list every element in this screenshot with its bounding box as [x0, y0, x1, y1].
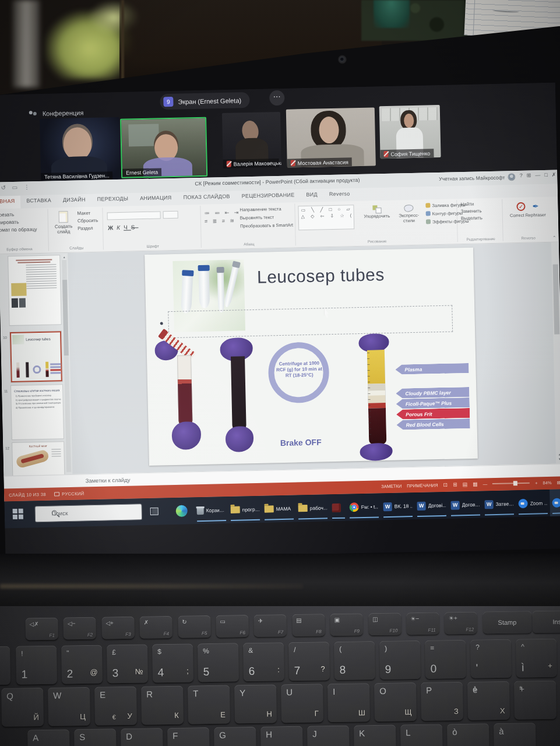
font-name-box[interactable]	[107, 212, 161, 220]
account-button[interactable]: Учетная запись Майкрософт	[439, 173, 515, 182]
comments-toggle[interactable]: ПРИМЕЧАНИЯ	[407, 483, 438, 488]
scroll-up-button[interactable]: ▲	[62, 254, 66, 260]
content-placeholder[interactable]	[168, 305, 453, 339]
zoom-in-button[interactable]: +	[535, 480, 538, 485]
key-7[interactable]: /7?	[288, 642, 330, 681]
tab-4[interactable]: АНИМАЦИЯ	[134, 192, 178, 206]
key-+[interactable]: +*	[514, 681, 557, 720]
key-y[interactable]: YН	[234, 684, 277, 723]
key-4[interactable]: $4;	[152, 643, 193, 682]
participant-tile[interactable]: Валерія Маковецька	[222, 112, 281, 168]
key-f[interactable]: FА	[167, 727, 210, 746]
slide-thumbnail[interactable]: Стволовые клетки костного мозга 1) Приме…	[11, 385, 64, 439]
key-1[interactable]: !1	[16, 646, 57, 685]
tab-2[interactable]: ДИЗАЙН	[57, 194, 91, 207]
key-9[interactable]: )9	[379, 641, 421, 680]
text-direction-button[interactable]: Направление текста	[240, 206, 293, 212]
key-insert[interactable]: Ins	[533, 610, 560, 633]
key-s[interactable]: SІ	[74, 729, 117, 746]
taskbar-item-app-red[interactable]	[329, 494, 347, 522]
key-è[interactable]: èéХ	[467, 681, 510, 720]
taskbar-item-прогр…[interactable]: прогр…	[228, 496, 262, 523]
correct-rephraser-button[interactable]: Correct Rephraser	[504, 212, 552, 219]
participant-tile[interactable]: София Тищенко	[379, 105, 441, 159]
key-refresh[interactable]: ↻F5	[178, 615, 211, 638]
taskbar-item-Fw: • t…[interactable]: Fw: • t…	[347, 493, 381, 520]
key-a[interactable]: AФ	[27, 729, 70, 746]
participant-tile[interactable]: Тетяна Василівна Гудзен...	[40, 117, 121, 181]
key-stamp[interactable]: Stamp	[482, 611, 532, 634]
reset-button[interactable]: Сбросить	[78, 218, 98, 224]
smartart-button[interactable]: Преобразовать в SmartArt	[240, 222, 293, 228]
quick-styles-button[interactable]: Экспресс-стили	[394, 205, 424, 224]
key-screen[interactable]: ▤F8	[292, 614, 325, 636]
key-j[interactable]: JО	[307, 726, 350, 746]
key-i[interactable]: IШ	[327, 683, 370, 722]
taskbar-item-Затве…[interactable]: WЗатве…	[482, 490, 516, 518]
key-u[interactable]: UГ	[281, 684, 323, 723]
taskbar-item-Догов…[interactable]: WДогов…	[448, 491, 482, 519]
participant-tile[interactable]: Мостовая Анастасия	[286, 107, 376, 167]
taskbar-item-Zoom …[interactable]: Zoom …	[550, 489, 560, 516]
section-button[interactable]: Раздел	[78, 226, 98, 231]
edge-icon[interactable]	[176, 505, 188, 517]
normal-view-button[interactable]: ⊡	[443, 482, 448, 488]
participant-tile-active-speaker[interactable]: Ernest Geleta	[120, 117, 207, 178]
prev-next-slide-buttons[interactable]: ▴▾	[556, 452, 560, 461]
select-button[interactable]: Выделить	[461, 215, 502, 221]
key-o[interactable]: OЩ	[374, 682, 417, 722]
list-and-align-icons[interactable]: ≔ ≕ ⇤ ⇥≡ ≣ ≡ ≋	[204, 208, 240, 225]
slideshow-button[interactable]: ▦	[473, 481, 478, 487]
align-text-button[interactable]: Выровнять текст	[240, 214, 293, 220]
new-slide-button[interactable]: Создать слайд	[50, 211, 76, 235]
key-8[interactable]: (8	[334, 641, 375, 680]
taskbar-item-Догові…[interactable]: WДогові…	[414, 492, 449, 519]
minimize-icon[interactable]: —	[535, 172, 540, 178]
taskbar-item-Корзи…[interactable]: Корзи…	[194, 497, 228, 524]
key-5[interactable]: %5	[198, 643, 239, 682]
layout-button[interactable]: Макет	[77, 210, 98, 216]
key-g[interactable]: GП	[214, 727, 256, 746]
scrollbar-thumb[interactable]	[62, 280, 69, 356]
replace-button[interactable]: Заменить	[461, 208, 502, 214]
key-r[interactable]: RК	[141, 686, 184, 725]
key-volume-up[interactable]: ◁+F3	[101, 617, 135, 639]
key-display-switch[interactable]: ◫F10	[368, 613, 401, 635]
reverso-check-icon[interactable]: ✓	[516, 202, 525, 211]
key-touchpad[interactable]: ▭F6	[216, 615, 249, 638]
key-h[interactable]: HР	[260, 726, 303, 746]
key-à[interactable]: àЭ	[494, 723, 536, 746]
key-mute[interactable]: ◁✗F1	[25, 618, 58, 641]
font-style-buttons[interactable]: ЖКЧS	[108, 223, 200, 231]
find-button[interactable]: Найти	[460, 201, 502, 207]
slide-thumbnail[interactable]	[8, 255, 61, 325]
key-w[interactable]: WЦ	[48, 687, 90, 726]
zoom-slider-thumb[interactable]	[513, 481, 517, 485]
key-l[interactable]: LД	[400, 724, 443, 746]
tab-6[interactable]: РЕЦЕНЗИРОВАНИЕ	[236, 189, 301, 203]
canvas-scrollbar[interactable]: ▴▾	[551, 242, 560, 464]
tab-5[interactable]: ПОКАЗ СЛАЙДОВ	[177, 191, 236, 205]
search-box[interactable]: Поиск	[34, 504, 142, 522]
font-size-box[interactable]	[163, 211, 178, 219]
tab-3[interactable]: ПЕРЕХОДЫ	[91, 193, 134, 207]
tab-8[interactable]: Reverso	[323, 188, 356, 202]
more-options-button[interactable]	[269, 90, 285, 106]
key-mic-mute[interactable]: ✗F4	[140, 616, 173, 639]
key-e[interactable]: EУ€	[94, 687, 137, 726]
collapse-ribbon-button[interactable]	[552, 235, 557, 241]
slide-thumbnail[interactable]: Костный мозг	[12, 442, 65, 476]
restore-icon[interactable]: □	[544, 172, 548, 178]
key-partial[interactable]	[0, 646, 10, 685]
key-brightness-down[interactable]: ☀−F11	[406, 612, 439, 635]
key-volume-down[interactable]: ◁−F2	[64, 617, 97, 640]
key-2[interactable]: "2@	[61, 645, 103, 684]
key-d[interactable]: DВ	[121, 728, 163, 746]
key-6[interactable]: &6:	[243, 642, 284, 681]
zoom-slider[interactable]	[492, 483, 530, 484]
copy-button[interactable]: Копировать	[0, 219, 48, 226]
close-icon[interactable]: ✗	[552, 172, 557, 178]
key-ò[interactable]: òЖ	[447, 723, 489, 746]
notes-toggle[interactable]: ЗАМЕТКИ	[381, 483, 401, 489]
zoom-out-button[interactable]: —	[483, 481, 488, 487]
